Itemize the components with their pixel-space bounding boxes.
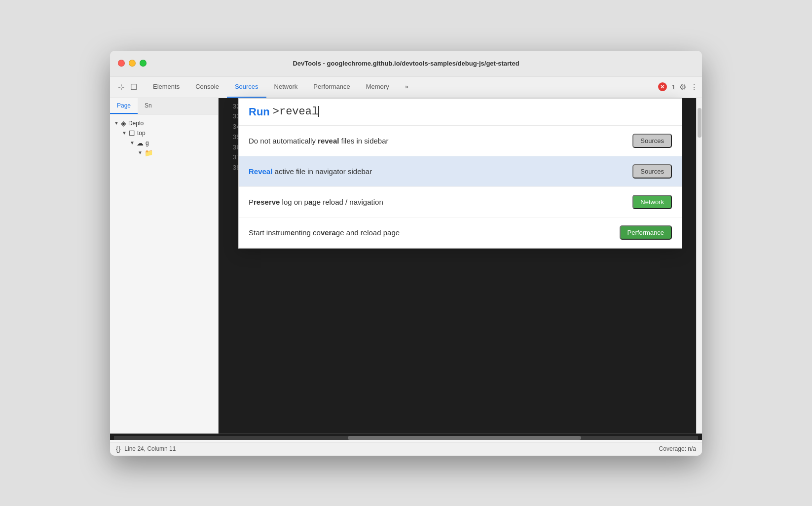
tab-network[interactable]: Network [266,76,306,98]
command-input-text[interactable]: >reveal [273,106,319,118]
command-result-2[interactable]: Reveal active file in navigator sidebar … [239,156,682,187]
sidebar-tree: ▼ ◈ Deplo ▼ ☐ top ▼ ☁ g [110,114,218,434]
command-result-1[interactable]: Do not automatically reveal files in sid… [239,126,682,156]
devtools-window: DevTools - googlechrome.github.io/devtoo… [110,51,702,456]
main-content: Page Sn ▼ ◈ Deplo ▼ ☐ top [110,98,702,434]
toolbar-icons: ⊹ ☐ [114,76,141,98]
tree-children-deploy: ▼ ☐ top ▼ ☁ g ▼ 📁 [112,128,216,158]
sidebar-tab-page[interactable]: Page [110,98,138,114]
command-palette: Run >reveal Do not automatically reveal … [238,98,682,249]
tab-more[interactable]: » [397,76,416,98]
result-3-text: Preserve log on page reload / navigation [249,198,383,206]
error-count: 1 [672,83,675,91]
result-1-text: Do not automatically reveal files in sid… [249,137,389,145]
highlight-reveal-2: Reveal [249,167,272,176]
tree-arrow: ▼ [122,130,127,136]
inspect-icon[interactable]: ⊹ [118,82,124,92]
window-title: DevTools - googlechrome.github.io/devtoo… [293,60,519,67]
settings-icon[interactable]: ⚙ [679,82,686,92]
minimize-button[interactable] [129,60,136,67]
tree-arrow: ▼ [138,150,143,155]
highlight-vera: vera [321,228,336,237]
sidebar-tab-sn[interactable]: Sn [138,98,159,114]
deploy-icon: ◈ [121,119,126,127]
tree-arrow: ▼ [114,120,119,126]
tab-elements[interactable]: Elements [145,76,187,98]
more-icon[interactable]: ⋮ [690,82,698,92]
badge-performance-4[interactable]: Performance [620,225,672,240]
result-2-text: Reveal active file in navigator sidebar [249,167,372,176]
highlight-reveal-1: reveal [318,137,339,145]
close-button[interactable] [118,60,125,67]
tab-console[interactable]: Console [187,76,227,98]
highlight-reserve: reserve [254,198,280,206]
run-label: Run [249,106,270,118]
error-badge: ✕ [658,82,667,91]
scrollbar-thumb [698,108,701,138]
scrollbar-thumb-h [348,436,582,440]
statusbar: {} Line 24, Column 11 Coverage: n/a [110,442,702,456]
sidebar: Page Sn ▼ ◈ Deplo ▼ ☐ top [110,98,219,434]
tabbar: ⊹ ☐ Elements Console Sources Network Per… [110,76,702,98]
badge-network-3[interactable]: Network [632,195,672,209]
tree-item-g[interactable]: ▼ ☁ g [128,138,216,148]
tree-arrow: ▼ [130,140,135,145]
tree-children-top: ▼ ☁ g ▼ 📁 [120,138,216,158]
tree-item-deploy[interactable]: ▼ ◈ Deplo [112,118,216,128]
command-result-4[interactable]: Start instrumenting coverage and reload … [239,217,682,248]
highlight-age: a [308,198,312,206]
editor-scrollbar[interactable] [114,436,698,440]
command-result-3[interactable]: Preserve log on page reload / navigation… [239,187,682,217]
status-icon: {} [116,445,120,453]
scrollbar[interactable] [696,98,702,434]
result-4-text: Start instrumenting coverage and reload … [249,228,400,237]
status-position: Line 24, Column 11 [124,445,176,452]
folder-icon: 📁 [145,149,153,157]
status-coverage: Coverage: n/a [659,445,696,452]
highlight-e: e [291,228,295,237]
maximize-button[interactable] [140,60,147,67]
tab-sources[interactable]: Sources [227,76,266,98]
tree-item-top[interactable]: ▼ ☐ top [120,128,216,138]
tabbar-right: ✕ 1 ⚙ ⋮ [658,76,698,98]
command-palette-overlay[interactable]: Run >reveal Do not automatically reveal … [219,98,702,434]
top-icon: ☐ [129,129,135,137]
tree-item-folder[interactable]: ▼ 📁 [136,148,216,158]
badge-sources-2[interactable]: Sources [632,164,672,179]
cursor [318,106,319,117]
tab-memory[interactable]: Memory [358,76,397,98]
badge-sources-1[interactable]: Sources [632,134,672,148]
tab-performance[interactable]: Performance [305,76,358,98]
sidebar-tabs: Page Sn [110,98,218,114]
command-input-row: Run >reveal [239,99,682,126]
g-icon: ☁ [137,139,144,147]
tree-children-g: ▼ 📁 [128,148,216,158]
traffic-lights [118,60,147,67]
titlebar: DevTools - googlechrome.github.io/devtoo… [110,51,702,76]
device-icon[interactable]: ☐ [130,82,137,92]
